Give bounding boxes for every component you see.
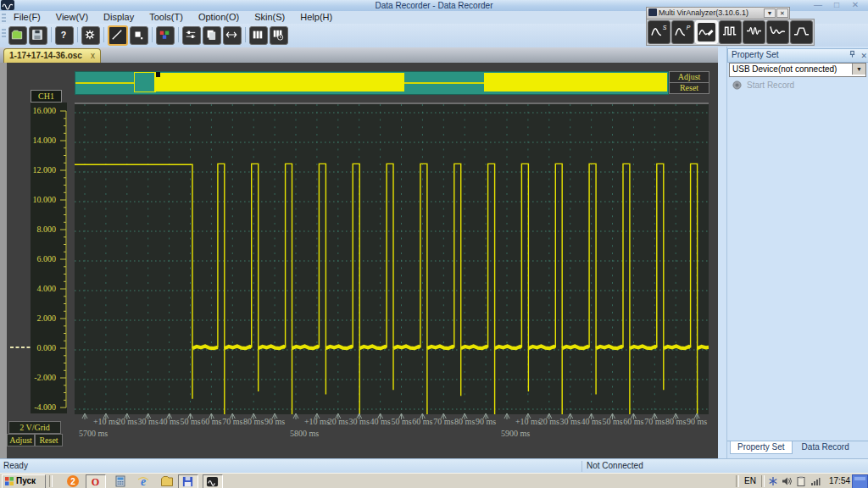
record-overview-bar[interactable] [75,71,669,95]
start-record-button[interactable]: Start Record [732,80,794,90]
save-file-button[interactable] [29,26,47,45]
toolbar-separator [178,27,179,42]
levels-button[interactable] [182,26,201,45]
data-recorder-task-icon[interactable] [203,474,223,488]
columns-view-button[interactable] [249,26,268,45]
folder-icon[interactable] [160,474,174,488]
axis-adjust-button[interactable]: Adjust [7,434,35,446]
tab-property-set[interactable]: Property Set [730,441,793,454]
tab-close-icon[interactable]: x [91,51,95,60]
x-axis-minor-label: 30 ms [560,417,581,426]
x-axis-minor-label: +10 ms [93,417,119,426]
show-desktop-button[interactable] [852,474,868,488]
menu-tools[interactable]: Tools(T) [142,11,191,23]
minimize-button[interactable]: — [809,0,827,9]
chevron-down-icon[interactable]: ▼ [852,64,865,75]
time-axis-labels: +10 ms20 ms30 ms40 ms50 ms60 ms70 ms80 m… [0,413,718,442]
x-axis-major-label: 5800 ms [290,429,319,438]
y-axis-label: -2.000 [19,373,56,382]
save-tool-icon[interactable] [178,474,198,488]
pin-icon[interactable] [849,50,856,58]
x-axis-minor-label: 50 ms [180,417,200,426]
overview-adjust-button[interactable]: Adjust [669,71,709,83]
panel-close-icon[interactable]: ✕ [860,52,867,60]
line-tool-button[interactable] [108,25,128,46]
menu-help[interactable]: Help(H) [292,11,340,23]
stop-button[interactable] [130,26,148,45]
x-axis-minor-label: 40 ms [159,417,180,426]
trapezoid-mode-button[interactable] [790,20,813,44]
y-axis-label: 12.000 [19,165,56,175]
sweep-s-mode-button[interactable]: S [648,20,670,44]
opera-icon[interactable]: O [86,474,106,488]
x-axis-minor-label: 40 ms [581,417,602,426]
pulse-mode-button[interactable] [719,20,742,44]
menu-file[interactable]: File(F) [6,11,48,23]
pan-horizontal-button[interactable] [223,26,242,45]
browser-2-icon[interactable]: 2 [66,474,80,488]
columns-time-view-button[interactable] [270,26,288,45]
x-axis-minor-label: 50 ms [602,417,622,426]
status-text: Ready [3,461,28,470]
restore-button[interactable]: □ [827,0,846,9]
waveform-plot[interactable] [75,103,709,414]
damped-mode-button[interactable] [766,20,789,44]
overview-line-segment [75,82,134,84]
menu-skin[interactable]: Skin(S) [247,11,292,23]
taskbar: Пуск 2Oe EN 17:54 [0,473,868,488]
calculator-icon[interactable] [114,474,127,488]
start-button[interactable]: Пуск [2,474,46,488]
analyzer-palette: SP [646,19,815,46]
open-file-button[interactable] [8,26,27,45]
clock[interactable]: 17:54 [829,476,850,485]
document-tab[interactable]: 1-17+17-14-36.oscx [3,48,101,63]
analyzer-palette-titlebar[interactable]: Multi VirAnalyzer(3.10.6.1) ▼✕ [646,7,790,19]
property-panel: Property Set ✕ USB Device(not connected)… [726,47,868,458]
tab-data-record[interactable]: Data Record [795,441,856,453]
y-axis-label: 14.000 [19,136,56,145]
sweep-p-mode-button[interactable]: P [671,20,694,44]
svg-text:2: 2 [70,477,75,486]
panel-splitter[interactable] [718,47,726,458]
overview-reset-button[interactable]: Reset [669,82,709,94]
x-axis-minor-label: 80 ms [665,417,686,426]
y-axis-label: 8.000 [19,225,56,234]
property-panel-header: Property Set ✕ [727,48,868,63]
y-axis-label: 16.000 [19,106,56,115]
clipboard-icon[interactable] [796,476,806,486]
x-axis-minor-label: 30 ms [349,417,370,426]
pages-button[interactable] [203,26,221,45]
svg-text:?: ? [61,30,66,40]
status-bar: Ready Not Connected [0,458,868,474]
overview-position-marker [156,72,160,77]
x-axis-minor-label: 70 ms [433,417,453,426]
internet-explorer-icon[interactable]: e [136,474,150,488]
x-axis-minor-label: 70 ms [222,417,242,426]
data-recorder-mode-button[interactable] [695,20,718,44]
settings-button[interactable] [81,26,100,45]
language-indicator[interactable]: EN [744,476,756,485]
axis-reset-button[interactable]: Reset [35,434,63,446]
property-panel-title: Property Set [732,50,779,59]
x-axis-minor-label: 20 ms [328,417,348,426]
menu-option[interactable]: Option(O) [191,11,247,23]
burst-mode-button[interactable] [743,20,765,44]
close-button[interactable]: ✕ [846,0,865,9]
color-palette-button[interactable] [156,26,175,45]
menu-view[interactable]: View(V) [48,11,96,23]
volume-icon[interactable] [782,476,792,486]
palette-dropdown-icon[interactable]: ▼ [764,8,776,18]
network-signal-icon[interactable] [810,476,821,486]
connection-status: Not Connected [587,461,643,470]
x-axis-minor-label: 20 ms [117,417,137,426]
toolbar-separator [103,27,104,42]
svg-text:P: P [687,25,691,30]
palette-close-icon[interactable]: ✕ [776,8,788,18]
help-button[interactable]: ? [55,26,74,45]
overview-line-segment [404,82,484,84]
analyzer-palette-title: Multi VirAnalyzer(3.10.6.1) [659,8,748,17]
document-tab-strip: 1-17+17-14-36.oscx [0,47,718,63]
device-select[interactable]: USB Device(not connected) ▼ [729,63,866,77]
tray-app-icon[interactable] [768,476,778,486]
menu-display[interactable]: Display [96,11,142,23]
